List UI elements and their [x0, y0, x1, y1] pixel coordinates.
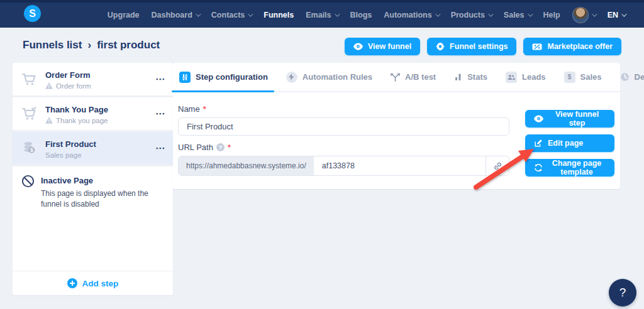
nav-funnels[interactable]: Funnels: [264, 11, 294, 19]
prohibited-icon: [21, 175, 35, 210]
page-title: first product: [97, 39, 160, 52]
clock-icon: [620, 72, 630, 82]
url-path-input[interactable]: [314, 156, 486, 175]
url-path-group: https://ahmedabbasnew.systeme.io/: [178, 156, 509, 176]
chevron-down-icon: [196, 11, 201, 16]
chevron-down-icon: [621, 11, 626, 16]
more-options-icon[interactable]: ⋯: [155, 76, 165, 82]
tab-automation-rules[interactable]: Automation Rules: [286, 63, 372, 91]
split-icon: [391, 73, 400, 82]
name-label: Name*: [178, 104, 509, 114]
funnel-settings-button[interactable]: Funnel settings: [427, 38, 516, 55]
edit-icon: [534, 139, 543, 148]
nav-automations[interactable]: Automations: [384, 11, 438, 19]
cart-check-icon: [21, 106, 40, 121]
gear-icon: [436, 42, 445, 51]
step-subtitle: Order form: [56, 82, 91, 90]
brand-logo[interactable]: S: [24, 5, 41, 22]
chevron-down-icon: [528, 11, 533, 16]
nav-emails[interactable]: Emails: [306, 11, 338, 19]
step-thank-you-page[interactable]: Thank You Page Thank you page ⋯: [13, 97, 173, 132]
eye-icon: [353, 43, 363, 50]
nav-menu: Upgrade Dashboard Contacts Funnels Email…: [108, 3, 625, 28]
tab-deadline-settings[interactable]: Deadline settings: [620, 63, 644, 91]
app-window: S Upgrade Dashboard Contacts Funnels Ema…: [0, 0, 644, 309]
lightning-icon: [286, 72, 297, 83]
inactive-page-section[interactable]: Inactive Page This page is displayed whe…: [13, 166, 173, 210]
step-subtitle: Thank you page: [56, 117, 108, 124]
edit-page-button[interactable]: Edit page: [525, 134, 614, 152]
tab-sales[interactable]: $ Sales: [564, 63, 602, 91]
tab-step-configuration[interactable]: Step configuration: [179, 63, 268, 91]
sync-icon: [534, 163, 543, 172]
language-selector[interactable]: EN: [608, 11, 625, 19]
view-funnel-step-button[interactable]: View funnel step: [525, 110, 614, 127]
tab-stats[interactable]: Stats: [454, 63, 487, 91]
inactive-page-title: Inactive Page: [41, 176, 164, 185]
step-title: Thank You Page: [45, 105, 108, 114]
nav-upgrade[interactable]: Upgrade: [108, 11, 140, 19]
warning-icon: [45, 82, 53, 89]
plus-icon: [67, 278, 77, 288]
add-step-button[interactable]: Add step: [13, 271, 173, 295]
name-input[interactable]: [178, 117, 509, 136]
step-order-form[interactable]: Order Form Order form ⋯: [13, 63, 173, 97]
more-options-icon[interactable]: ⋯: [155, 145, 165, 151]
stats-icon: [454, 73, 462, 81]
step-tabs: Step configuration Automation Rules A/B …: [173, 63, 620, 92]
breadcrumb-funnels-list[interactable]: Funnels list: [23, 39, 82, 52]
step-title: First Product: [45, 139, 96, 149]
url-path-label: URL Path ? *: [178, 143, 509, 152]
profile-menu[interactable]: [572, 7, 596, 23]
chevron-down-icon: [435, 11, 440, 16]
discount-icon: [532, 43, 542, 51]
tab-leads[interactable]: Leads: [506, 63, 546, 91]
svg-text:$: $: [30, 147, 33, 153]
nav-help[interactable]: Help: [543, 11, 560, 19]
chevron-down-icon: [335, 11, 340, 16]
view-funnel-button[interactable]: View funnel: [345, 38, 420, 55]
step-configuration-form: Name* URL Path ? * https://ahmedabbasnew…: [178, 104, 509, 176]
cart-icon: [21, 72, 40, 87]
info-icon[interactable]: ?: [216, 143, 225, 151]
marketplace-offer-button[interactable]: Marketplace offer: [523, 38, 621, 55]
help-button[interactable]: ?: [609, 279, 636, 306]
avatar: [572, 7, 589, 23]
breadcrumb: Funnels list › first product: [23, 39, 160, 52]
step-subtitle: Sales page: [45, 151, 82, 159]
step-detail-panel: Step configuration Automation Rules A/B …: [173, 63, 620, 189]
link-icon[interactable]: [486, 156, 509, 175]
eye-icon: [534, 115, 543, 122]
funnel-steps-sidebar: Order Form Order form ⋯ Thank You Page T…: [13, 63, 173, 295]
breadcrumb-separator: ›: [87, 39, 91, 52]
dollar-icon: $: [564, 72, 575, 83]
change-page-template-button[interactable]: Change page template: [525, 159, 614, 176]
inactive-page-description: This page is displayed when the funnel i…: [41, 188, 164, 210]
users-icon: [506, 72, 517, 83]
coins-icon: $: [21, 140, 40, 156]
warning-icon: [45, 117, 53, 124]
sliders-icon: [179, 72, 191, 83]
url-prefix: https://ahmedabbasnew.systeme.io/: [179, 156, 314, 175]
nav-sales[interactable]: Sales: [504, 11, 531, 19]
nav-dashboard[interactable]: Dashboard: [152, 11, 199, 19]
chevron-down-icon: [592, 11, 597, 16]
nav-contacts[interactable]: Contacts: [211, 11, 252, 19]
nav-blogs[interactable]: Blogs: [350, 11, 372, 19]
header-actions: View funnel Funnel settings Marketplace …: [345, 38, 621, 55]
more-options-icon[interactable]: ⋯: [155, 111, 165, 117]
chevron-down-icon: [488, 11, 493, 16]
chevron-down-icon: [248, 11, 253, 16]
nav-products[interactable]: Products: [451, 11, 492, 19]
step-title: Order Form: [45, 70, 91, 80]
step-first-product[interactable]: $ First Product Sales page ⋯: [13, 132, 173, 166]
tab-ab-test[interactable]: A/B test: [391, 63, 436, 91]
top-navbar: S Upgrade Dashboard Contacts Funnels Ema…: [0, 3, 644, 28]
